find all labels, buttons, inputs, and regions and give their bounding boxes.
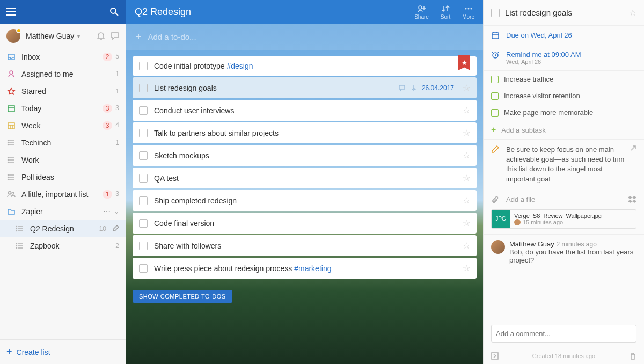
- bell-icon[interactable]: [97, 32, 105, 40]
- todo-item[interactable]: Talk to partners about similar projects☆: [133, 122, 477, 143]
- inbox-icon: [6, 52, 16, 62]
- add-subtask-row[interactable]: +Add a subtask: [484, 121, 644, 139]
- expand-icon[interactable]: [630, 145, 636, 184]
- star-icon[interactable]: ☆: [463, 83, 470, 93]
- subtask-text: Increase traffice: [504, 75, 553, 83]
- todo-checkbox[interactable]: [139, 174, 148, 183]
- detail-panel: List redesign goals ☆ Due on Wed, April …: [483, 0, 644, 364]
- star-icon[interactable]: ☆: [463, 105, 470, 115]
- todo-checkbox[interactable]: [139, 151, 148, 160]
- star-icon[interactable]: ☆: [463, 173, 470, 183]
- subtask-item[interactable]: Increase traffice: [484, 71, 644, 88]
- share-button[interactable]: Share: [414, 4, 429, 20]
- svg-point-3: [111, 8, 116, 13]
- svg-point-36: [17, 227, 17, 227]
- todo-checkbox[interactable]: [139, 129, 148, 137]
- star-icon[interactable]: ☆: [463, 263, 470, 273]
- chat-icon[interactable]: [111, 32, 119, 40]
- todo-item[interactable]: Write press piece about redesign process…: [133, 258, 477, 279]
- subtask-item[interactable]: Increase visitor retention: [484, 88, 644, 104]
- create-list-button[interactable]: + Create list: [0, 339, 126, 364]
- trash-icon[interactable]: [629, 352, 636, 360]
- reminder-row[interactable]: Remind me at 09:00 AM Wed, April 26: [484, 45, 644, 70]
- todo-checkbox[interactable]: [139, 196, 148, 205]
- sidebar-item-assigned-to-me[interactable]: Assigned to me1: [0, 65, 126, 83]
- pencil-icon[interactable]: [113, 225, 119, 232]
- chevron-down-icon[interactable]: ⌄: [114, 208, 119, 215]
- user-row[interactable]: Matthew Guay ▾: [0, 24, 126, 48]
- svg-point-18: [8, 145, 9, 145]
- todo-checkbox[interactable]: [139, 106, 148, 115]
- todo-item[interactable]: Ship completed redesign☆: [133, 190, 477, 211]
- dropbox-icon[interactable]: [628, 196, 636, 203]
- sidebar-item-a-little-important-list[interactable]: A little, important list13: [0, 186, 126, 203]
- pin-icon[interactable]: [410, 84, 418, 92]
- sort-button[interactable]: Sort: [441, 4, 450, 20]
- todo-checkbox[interactable]: [139, 62, 148, 70]
- star-icon[interactable]: ☆: [463, 150, 470, 161]
- todo-checkbox[interactable]: [139, 242, 148, 250]
- sidebar-item-week[interactable]: Week34: [0, 117, 126, 134]
- hamburger-icon[interactable]: [6, 8, 16, 16]
- todo-checkbox[interactable]: [139, 264, 148, 273]
- share-icon: [417, 4, 427, 13]
- note-row[interactable]: Be sure to keep focus on one main achiev…: [484, 140, 644, 190]
- star-icon: [6, 86, 16, 96]
- file-avatar: [514, 219, 521, 225]
- comment-icon[interactable]: [398, 84, 406, 92]
- todo-item[interactable]: Sketch mockups☆: [133, 145, 477, 166]
- star-icon[interactable]: ☆: [463, 128, 470, 138]
- subtask-checkbox[interactable]: [491, 109, 499, 117]
- list-icon: [6, 138, 16, 148]
- add-todo-input[interactable]: [148, 32, 473, 41]
- comment: Matthew Guay 2 minutes ago Bob, do you h…: [484, 235, 644, 270]
- todo-item[interactable]: Code final version☆: [133, 213, 477, 234]
- subtask-checkbox[interactable]: [491, 92, 499, 100]
- star-icon[interactable]: ☆: [463, 241, 470, 251]
- due-date-row[interactable]: Due on Wed, April 26: [484, 26, 644, 45]
- add-todo-row[interactable]: +: [126, 24, 483, 50]
- more-icon[interactable]: ⋯: [103, 207, 111, 216]
- more-button[interactable]: More: [462, 4, 474, 20]
- comment-input[interactable]: [491, 325, 636, 343]
- todo-checkbox[interactable]: [139, 219, 148, 228]
- sidebar-item-starred[interactable]: Starred1: [0, 83, 126, 100]
- todo-item[interactable]: List redesign goals26.04.2017☆: [133, 77, 477, 98]
- search-icon[interactable]: [109, 7, 119, 17]
- detail-checkbox[interactable]: [491, 9, 500, 17]
- sidebar-folder-zapier[interactable]: Zapier⋯⌄: [0, 203, 126, 220]
- add-subtask-text: Add a subtask: [501, 126, 545, 134]
- sidebar-item-inbox[interactable]: Inbox25: [0, 48, 126, 65]
- plus-icon: +: [491, 125, 496, 135]
- file-attachment[interactable]: JPG Verge_S8_Review_Wallpaper.jpg 15 min…: [491, 209, 636, 229]
- todo-item[interactable]: Conduct user interviews☆: [133, 100, 477, 121]
- todo-text: Code initial prototype #design: [154, 62, 470, 70]
- sidebar-item-label: Today: [21, 104, 41, 113]
- star-icon[interactable]: ☆: [463, 218, 470, 228]
- show-completed-button[interactable]: SHOW COMPLETED TO-DOS: [133, 290, 232, 303]
- collapse-icon[interactable]: [491, 352, 499, 360]
- todo-checkbox[interactable]: [139, 84, 148, 92]
- sidebar-item-techinch[interactable]: Techinch1: [0, 134, 126, 151]
- detail-title: List redesign goals: [505, 8, 629, 17]
- sidebar-item-work[interactable]: Work: [0, 151, 126, 169]
- sidebar-sublist-q-redesign[interactable]: Q2 Redesign10: [0, 220, 126, 237]
- todo-item[interactable]: Share with followers☆: [133, 235, 477, 256]
- todo-item[interactable]: Code initial prototype #design★: [133, 56, 477, 76]
- svg-point-37: [17, 229, 17, 229]
- sidebar-sublist-zapbook[interactable]: Zapbook2: [0, 237, 126, 254]
- sidebar-item-poll-ideas[interactable]: Poll ideas: [0, 169, 126, 186]
- svg-point-47: [467, 8, 469, 9]
- subtask-checkbox[interactable]: [491, 76, 499, 83]
- star-icon[interactable]: ☆: [629, 8, 636, 18]
- count: 1: [115, 139, 119, 147]
- reminder-sub: Wed, April 26: [506, 59, 581, 65]
- add-file-row[interactable]: Add a file: [484, 190, 644, 209]
- todo-item[interactable]: QA test☆: [133, 168, 477, 188]
- star-icon[interactable]: ☆: [463, 195, 470, 206]
- svg-point-24: [8, 162, 9, 163]
- sidebar-item-today[interactable]: Today33: [0, 100, 126, 117]
- todo-text: QA test: [154, 174, 458, 183]
- subtask-item[interactable]: Make page more memorable: [484, 104, 644, 121]
- svg-point-44: [17, 248, 17, 249]
